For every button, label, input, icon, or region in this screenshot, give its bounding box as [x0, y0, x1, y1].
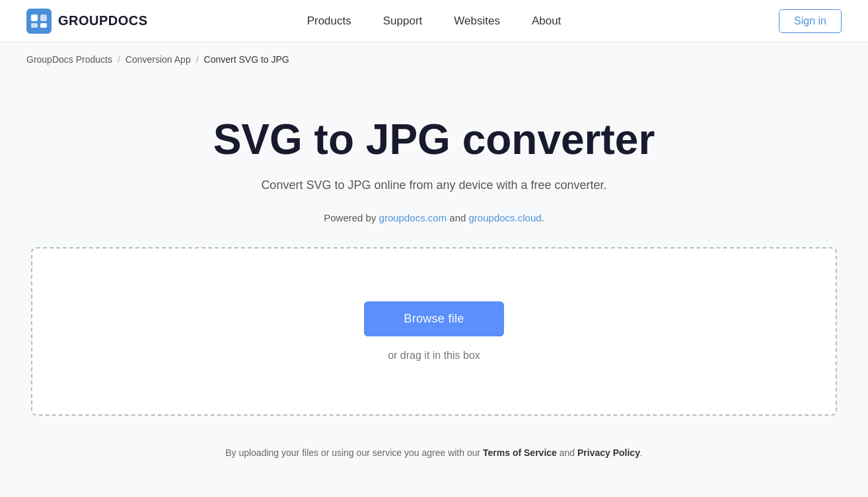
powered-by: Powered by groupdocs.com and groupdocs.c… — [324, 212, 544, 223]
browse-file-button[interactable]: Browse file — [364, 301, 503, 336]
svg-rect-2 — [40, 15, 47, 21]
logo-text: GROUPDOCS — [58, 13, 148, 28]
powered-by-suffix: . — [542, 212, 544, 223]
powered-by-prefix: Powered by — [324, 212, 379, 223]
footer-prefix: By uploading your files or using our ser… — [225, 447, 483, 458]
breadcrumb-conversion-app[interactable]: Conversion App — [126, 54, 191, 65]
breadcrumb-current: Convert SVG to JPG — [204, 54, 289, 65]
breadcrumb-separator-1: / — [118, 54, 120, 65]
groupdocs-logo-icon — [26, 9, 52, 34]
subtitle: Convert SVG to JPG online from any devic… — [261, 178, 606, 192]
nav-websites[interactable]: Websites — [454, 15, 500, 28]
powered-by-and: and — [447, 212, 468, 223]
sign-in-button[interactable]: Sign in — [779, 9, 842, 33]
main-content: SVG to JPG converter Convert SVG to JPG … — [0, 77, 868, 484]
svg-rect-3 — [31, 23, 38, 28]
privacy-policy-link[interactable]: Privacy Policy — [577, 447, 640, 458]
main-nav: Products Support Websites About — [307, 15, 561, 28]
header: GROUPDOCS Products Support Websites Abou… — [0, 0, 868, 42]
nav-support[interactable]: Support — [383, 15, 423, 28]
svg-rect-0 — [26, 9, 52, 34]
breadcrumb-separator-2: / — [196, 54, 199, 65]
footer-legal-text: By uploading your files or using our ser… — [225, 447, 643, 458]
footer-suffix: . — [640, 447, 643, 458]
drag-drop-text: or drag it in this box — [388, 350, 480, 362]
breadcrumb: GroupDocs Products / Conversion App / Co… — [0, 42, 868, 77]
upload-box[interactable]: Browse file or drag it in this box — [31, 247, 837, 416]
powered-by-link-groupdocs-com[interactable]: groupdocs.com — [379, 212, 447, 223]
powered-by-link-groupdocs-cloud[interactable]: groupdocs.cloud — [469, 212, 542, 223]
svg-rect-4 — [40, 23, 47, 28]
page-title: SVG to JPG converter — [213, 116, 655, 163]
svg-rect-1 — [31, 15, 38, 21]
nav-products[interactable]: Products — [307, 15, 351, 28]
nav-about[interactable]: About — [532, 15, 561, 28]
footer-and: and — [557, 447, 577, 458]
breadcrumb-groupdocs-products[interactable]: GroupDocs Products — [26, 54, 112, 65]
logo[interactable]: GROUPDOCS — [26, 9, 148, 34]
terms-of-service-link[interactable]: Terms of Service — [483, 447, 557, 458]
